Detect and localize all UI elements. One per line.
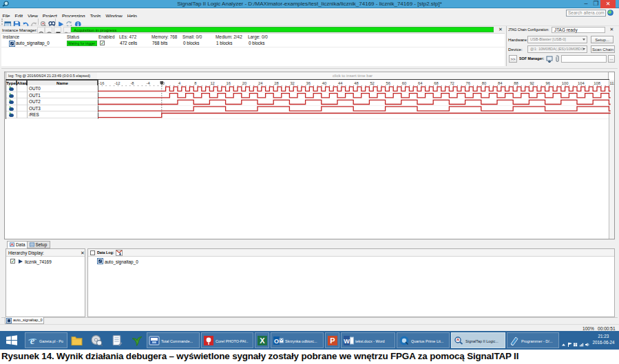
zoom-trigger-icon[interactable] — [40, 19, 48, 26]
jtag-close-icon[interactable]: ✕ — [609, 27, 615, 32]
signal-type-cell — [6, 98, 17, 105]
autorun-icon[interactable] — [65, 19, 73, 26]
task-button-ppt[interactable]: P — [325, 332, 339, 348]
globe-icon — [607, 10, 613, 16]
caret-up-icon-glyph — [561, 342, 566, 347]
wave-OUT3 — [98, 106, 611, 110]
task-button-signaltap[interactable]: SignalTap II Logic... — [451, 332, 505, 348]
network-icon[interactable] — [579, 338, 585, 343]
signal-alias-cell — [17, 111, 28, 118]
sof-path-field[interactable] — [561, 55, 607, 63]
windows-icon[interactable] — [573, 338, 578, 343]
device-select[interactable]: @1: 10M08DA(.|ES)/10M08DC — [527, 45, 587, 53]
start-button[interactable] — [0, 331, 23, 350]
panel-splitter[interactable] — [1, 68, 618, 69]
ppt-icon: P — [327, 335, 338, 346]
data-log-checkbox[interactable] — [90, 250, 95, 255]
instance-manager-close-icon[interactable]: ✕ — [497, 27, 504, 32]
flag-icon[interactable] — [567, 338, 573, 343]
stop-analysis-icon[interactable] — [54, 27, 61, 33]
pinned-folder-icon[interactable] — [71, 334, 83, 346]
task-button-quartus[interactable]: Quartus Prime Lit... — [397, 332, 450, 348]
close-button[interactable]: ✕ — [600, 0, 616, 8]
sof-expand-button[interactable]: >> — [509, 55, 517, 63]
menu-bar: FileEditViewProjectProcessingToolsWindow… — [0, 8, 619, 17]
task-button-ie[interactable]: eGazeta.pl - Polska... — [25, 332, 67, 348]
data-tab-icon — [10, 242, 14, 247]
doc-tab-auto-signaltap[interactable]: auto_signaltap_0 — [5, 317, 44, 324]
tab-setup[interactable]: Setup — [27, 241, 51, 249]
wave-OUT1 — [98, 93, 611, 97]
signal-name[interactable]: OUT3 — [27, 105, 98, 112]
signal-type-cell — [6, 92, 17, 99]
task-button-corel[interactable]: Corel PHOTO-PAI... — [201, 332, 253, 348]
undo-icon[interactable] — [22, 19, 30, 26]
signal-name[interactable]: /RES — [27, 111, 98, 118]
clock-date: 2016-06-24 — [589, 340, 618, 346]
read-data-icon[interactable] — [63, 27, 71, 33]
svg-text:52: 52 — [370, 81, 374, 85]
toolbar-separator — [55, 19, 56, 25]
tab-data[interactable]: Data — [7, 241, 29, 249]
run-icon[interactable] — [57, 19, 65, 26]
waveform-display[interactable]: -16-12-8-4048121620242832364044485256606… — [98, 80, 614, 239]
svg-text:24: 24 — [258, 81, 263, 85]
enabled-checkbox[interactable]: ✓ — [100, 41, 105, 45]
hardware-select[interactable]: USB-Blaster [USB-0] — [527, 36, 587, 43]
task-button-label: Total Commande... — [161, 339, 195, 343]
autorun-analysis-icon[interactable] — [45, 27, 52, 33]
instance-memory: 768 bits — [152, 41, 167, 45]
signal-name[interactable]: OUT1 — [27, 92, 98, 99]
task-button-label: Skrzynka odbiorc... — [285, 339, 319, 343]
column-header-medium: Medium: 2/42 — [216, 34, 242, 39]
redo-icon[interactable] — [30, 19, 38, 26]
module-icon — [18, 259, 23, 264]
pinned-notepad-icon[interactable] — [111, 334, 123, 346]
screenshot-root: SignalTap II Logic Analyzer - D:/MAXimat… — [0, 0, 619, 364]
attach-sof-icon[interactable] — [555, 55, 560, 63]
network-icon-glyph — [579, 342, 584, 347]
data-log-item[interactable]: auto_signaltap_0 — [105, 259, 138, 264]
sof-manager-label: SOF Manager: — [519, 56, 544, 61]
svg-text:72: 72 — [450, 81, 454, 85]
hierarchy-item[interactable]: licznik_74169 — [25, 259, 52, 264]
taskbar-clock[interactable]: 21:23 2016-06-24 — [589, 334, 618, 345]
signal-alias-cell — [17, 92, 28, 99]
folder-glyph — [71, 334, 83, 346]
sof-browse-button[interactable]: ... — [608, 55, 615, 63]
save-icon[interactable] — [13, 19, 21, 26]
hierarchy-close-icon[interactable]: ✕ — [81, 250, 85, 256]
signal-name[interactable]: OUT2 — [27, 98, 98, 105]
task-button-tc[interactable]: Total Commande... — [147, 332, 200, 348]
hierarchy-header: Hierarchy Display: ✕ — [6, 249, 85, 257]
data-log-item-icon — [97, 258, 103, 264]
toolbar-separator — [38, 19, 39, 25]
svg-text:44: 44 — [338, 81, 343, 85]
search-input[interactable]: Search altera.com — [566, 10, 606, 17]
maximize-button[interactable]: ❐ — [591, 0, 600, 8]
window-title: SignalTap II Logic Analyzer - D:/MAXimat… — [0, 0, 619, 8]
hierarchy-checkbox[interactable]: ✓ — [10, 259, 15, 264]
run-analysis-icon[interactable] — [37, 27, 45, 33]
pinned-disc-icon[interactable] — [91, 334, 103, 346]
minimize-button[interactable]: – — [580, 0, 591, 8]
scan-chain-button[interactable]: Scan Chain — [591, 45, 615, 53]
task-button-excel[interactable]: X — [255, 332, 269, 348]
hierarchy-title: Hierarchy Display: — [8, 250, 44, 255]
pinned-plant-icon[interactable] — [131, 334, 143, 346]
signal-alias-cell — [17, 105, 28, 112]
signal-name[interactable]: OUT0 — [27, 85, 98, 92]
sof-chip-icon[interactable] — [546, 55, 553, 63]
data-log-title: Data Log: — [97, 250, 114, 255]
caret-up-icon[interactable] — [561, 338, 567, 343]
task-button-word[interactable]: Wtekst.docx - Word — [341, 332, 395, 348]
new-file-icon[interactable] — [4, 19, 12, 26]
instance-name[interactable]: auto_signaltap_0 — [16, 41, 50, 45]
task-button-outlook[interactable]: OSkrzynka odbiorc... — [271, 332, 324, 348]
task-button-programmer[interactable]: Programmer - D/... — [507, 332, 559, 348]
setup-button[interactable]: Setup... — [591, 36, 613, 43]
signal-type-cell — [6, 85, 17, 92]
word-icon: W — [343, 335, 354, 346]
svg-text:48: 48 — [354, 81, 358, 85]
info-icon[interactable] — [74, 19, 82, 26]
